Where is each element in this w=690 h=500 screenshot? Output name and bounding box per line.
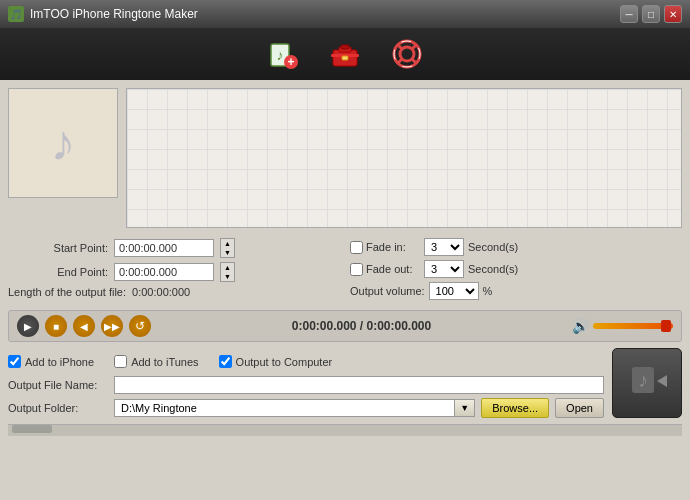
svg-text:+: + (287, 55, 294, 69)
output-to-computer-checkbox[interactable] (219, 355, 232, 368)
folder-combo: ▼ (114, 399, 475, 417)
waveform-grid (127, 89, 681, 227)
horizontal-scrollbar[interactable] (8, 424, 682, 436)
add-to-itunes-option[interactable]: Add to iTunes (114, 355, 198, 368)
start-point-spinner[interactable]: ▲ ▼ (220, 238, 235, 258)
browse-button[interactable]: Browse... (481, 398, 549, 418)
fade-in-row: Fade in: 3125 Second(s) (350, 238, 682, 256)
fade-out-label: Fade out: (366, 263, 412, 275)
end-point-row: End Point: ▲ ▼ (8, 262, 340, 282)
app-icon: 🎵 (8, 6, 24, 22)
window-title: ImTOO iPhone Ringtone Maker (30, 7, 620, 21)
output-folder-row: Output Folder: ▼ Browse... Open (8, 398, 604, 418)
svg-text:♪: ♪ (277, 47, 284, 63)
fade-in-unit: Second(s) (468, 241, 518, 253)
volume-thumb[interactable] (661, 320, 671, 332)
output-volume-unit: % (483, 285, 493, 297)
fade-out-checkbox-label[interactable]: Fade out: (350, 263, 420, 276)
fade-in-label: Fade in: (366, 241, 406, 253)
loop-button[interactable]: ↺ (129, 315, 151, 337)
params-section: Start Point: ▲ ▼ End Point: ▲ ▼ Length o… (8, 234, 682, 304)
svg-marker-18 (657, 375, 667, 387)
svg-point-9 (394, 41, 420, 67)
maximize-button[interactable]: □ (642, 5, 660, 23)
length-label: Length of the output file: (8, 286, 126, 298)
output-file-name-row: Output File Name: (8, 376, 604, 394)
fade-in-checkbox[interactable] (350, 241, 363, 254)
open-button[interactable]: Open (555, 398, 604, 418)
svg-line-13 (399, 59, 403, 63)
output-file-name-input[interactable] (114, 376, 604, 394)
toolbox-button[interactable] (329, 38, 361, 70)
start-point-row: Start Point: ▲ ▼ (8, 238, 340, 258)
close-button[interactable]: ✕ (664, 5, 682, 23)
end-point-label: End Point: (8, 266, 108, 278)
svg-rect-8 (342, 56, 348, 60)
convert-icon: ♪ (627, 359, 667, 407)
waveform-area (126, 88, 682, 228)
output-file-name-label: Output File Name: (8, 379, 108, 391)
fade-out-select[interactable]: 3125 (424, 260, 464, 278)
spin-down-icon[interactable]: ▼ (221, 248, 234, 257)
output-options: Add to iPhone Add to iTunes Output to Co… (8, 351, 604, 372)
add-to-iphone-label: Add to iPhone (25, 356, 94, 368)
add-file-icon: ♪ + (267, 38, 299, 70)
fade-out-unit: Second(s) (468, 263, 518, 275)
add-file-button[interactable]: ♪ + (267, 38, 299, 70)
output-volume-row: Output volume: 1007550125 % (350, 282, 682, 300)
output-folder-label: Output Folder: (8, 402, 108, 414)
scrollbar-thumb[interactable] (12, 425, 52, 433)
volume-track[interactable] (593, 323, 673, 329)
params-left: Start Point: ▲ ▼ End Point: ▲ ▼ Length o… (8, 234, 340, 304)
fade-out-row: Fade out: 3125 Second(s) (350, 260, 682, 278)
svg-line-11 (399, 46, 403, 50)
output-to-computer-label: Output to Computer (236, 356, 333, 368)
help-button[interactable] (391, 38, 423, 70)
end-point-input[interactable] (114, 263, 214, 281)
start-point-input[interactable] (114, 239, 214, 257)
add-to-itunes-checkbox[interactable] (114, 355, 127, 368)
minimize-button[interactable]: ─ (620, 5, 638, 23)
add-to-iphone-checkbox[interactable] (8, 355, 21, 368)
end-spin-up-icon[interactable]: ▲ (221, 263, 234, 272)
end-point-spinner[interactable]: ▲ ▼ (220, 262, 235, 282)
help-icon (391, 38, 423, 70)
svg-line-12 (412, 46, 416, 50)
bottom-section: Add to iPhone Add to iTunes Output to Co… (8, 348, 682, 418)
convert-button[interactable]: ♪ (612, 348, 682, 418)
bottom-left: Add to iPhone Add to iTunes Output to Co… (8, 351, 604, 418)
transport-bar: ▶ ■ ◀ ▶▶ ↺ 0:00:00.000 / 0:00:00.000 🔊 (8, 310, 682, 342)
output-to-computer-option[interactable]: Output to Computer (219, 355, 333, 368)
start-point-label: Start Point: (8, 242, 108, 254)
length-value: 0:00:00:000 (132, 286, 190, 298)
add-to-itunes-label: Add to iTunes (131, 356, 198, 368)
volume-section: 🔊 (572, 318, 673, 334)
fade-in-select[interactable]: 3125 (424, 238, 464, 256)
window-controls[interactable]: ─ □ ✕ (620, 5, 682, 23)
output-volume-label: Output volume: (350, 285, 425, 297)
title-bar: 🎵 ImTOO iPhone Ringtone Maker ─ □ ✕ (0, 0, 690, 28)
params-right: Fade in: 3125 Second(s) Fade out: 3125 S… (350, 234, 682, 304)
svg-line-14 (412, 59, 416, 63)
next-button[interactable]: ▶▶ (101, 315, 123, 337)
folder-dropdown-button[interactable]: ▼ (454, 399, 475, 417)
output-volume-select[interactable]: 1007550125 (429, 282, 479, 300)
stop-button[interactable]: ■ (45, 315, 67, 337)
album-art: ♪ (8, 88, 118, 198)
spin-up-icon[interactable]: ▲ (221, 239, 234, 248)
time-display: 0:00:00.000 / 0:00:00.000 (157, 319, 566, 333)
play-button[interactable]: ▶ (17, 315, 39, 337)
music-note-icon: ♪ (51, 114, 76, 172)
prev-button[interactable]: ◀ (73, 315, 95, 337)
end-spin-down-icon[interactable]: ▼ (221, 272, 234, 281)
toolbar: ♪ + (0, 28, 690, 80)
toolbox-icon (329, 38, 361, 70)
top-section: ♪ (8, 88, 682, 228)
volume-icon: 🔊 (572, 318, 589, 334)
add-to-iphone-option[interactable]: Add to iPhone (8, 355, 94, 368)
fade-out-checkbox[interactable] (350, 263, 363, 276)
fade-in-checkbox-label[interactable]: Fade in: (350, 241, 420, 254)
length-row: Length of the output file: 0:00:00:000 (8, 286, 340, 298)
folder-input[interactable] (114, 399, 454, 417)
svg-text:♪: ♪ (638, 369, 648, 391)
